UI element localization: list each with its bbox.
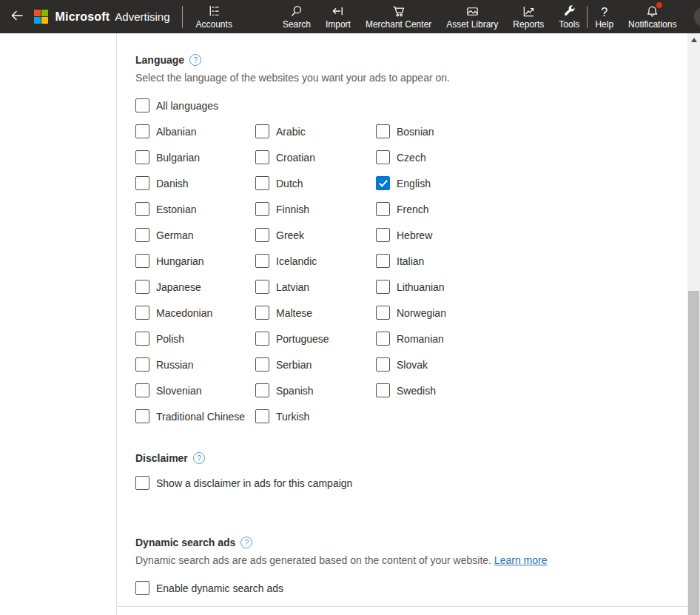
checkbox-unchecked[interactable] <box>376 202 390 216</box>
nav-item-label: Accounts <box>196 19 232 30</box>
checkbox-unchecked[interactable] <box>135 98 149 112</box>
checkbox-unchecked[interactable] <box>135 409 149 423</box>
checkbox-unchecked[interactable] <box>376 228 390 242</box>
checkbox-unchecked[interactable] <box>255 202 269 216</box>
nav-item-search[interactable]: Search <box>275 0 318 33</box>
language-checkbox-romanian[interactable]: Romanian <box>376 332 550 346</box>
language-checkbox-albanian[interactable]: Albanian <box>135 124 255 138</box>
nav-item-tools[interactable]: Tools <box>551 0 587 33</box>
checkbox-label: Traditional Chinese <box>156 411 245 423</box>
checkbox-unchecked[interactable] <box>255 357 269 372</box>
language-checkbox-turkish[interactable]: Turkish <box>255 409 376 423</box>
campaign-settings-panel: Language ? Select the language of the we… <box>116 33 687 615</box>
nav-item-notifications[interactable]: Notifications <box>621 4 684 30</box>
language-checkbox-slovenian[interactable]: Slovenian <box>135 383 255 397</box>
language-checkbox-estonian[interactable]: Estonian <box>135 202 255 216</box>
show-disclaimer-checkbox[interactable]: Show a disclaimer in ads for this campai… <box>135 476 687 490</box>
checkbox-unchecked[interactable] <box>376 280 390 294</box>
language-checkbox-macedonian[interactable]: Macedonian <box>135 306 255 320</box>
checkbox-unchecked[interactable] <box>135 150 149 164</box>
vertical-scrollbar[interactable] <box>687 33 700 615</box>
checkbox-unchecked[interactable] <box>255 280 269 294</box>
checkbox-unchecked[interactable] <box>255 176 269 190</box>
language-checkbox-hebrew[interactable]: Hebrew <box>376 228 550 242</box>
language-checkbox-english[interactable]: English <box>376 176 550 190</box>
language-checkbox-finnish[interactable]: Finnish <box>255 202 376 216</box>
checkbox-unchecked[interactable] <box>255 383 269 397</box>
language-checkbox-serbian[interactable]: Serbian <box>255 357 376 372</box>
nav-item-merchant-center[interactable]: Merchant Center <box>358 0 439 33</box>
all-languages-checkbox[interactable]: All languages <box>135 98 687 112</box>
checkbox-label: French <box>397 204 429 215</box>
checkbox-unchecked[interactable] <box>255 124 269 138</box>
language-checkbox-portuguese[interactable]: Portuguese <box>255 332 376 346</box>
language-checkbox-bulgarian[interactable]: Bulgarian <box>135 150 255 164</box>
language-checkbox-japanese[interactable]: Japanese <box>135 280 255 294</box>
checkbox-unchecked[interactable] <box>135 306 149 320</box>
checkbox-unchecked[interactable] <box>255 228 269 242</box>
checkbox-unchecked[interactable] <box>255 409 269 423</box>
language-checkbox-maltese[interactable]: Maltese <box>255 306 376 320</box>
checkbox-unchecked[interactable] <box>135 476 149 490</box>
checkbox-unchecked[interactable] <box>135 280 149 294</box>
checkbox-unchecked[interactable] <box>255 332 269 346</box>
checkbox-unchecked[interactable] <box>255 150 269 164</box>
checkbox-unchecked[interactable] <box>376 150 390 164</box>
language-checkbox-arabic[interactable]: Arabic <box>255 124 376 138</box>
profile-avatar[interactable] <box>694 7 700 27</box>
language-checkbox-latvian[interactable]: Latvian <box>255 280 376 294</box>
checkbox-unchecked[interactable] <box>376 254 390 268</box>
language-checkbox-norwegian[interactable]: Norwegian <box>376 306 550 320</box>
language-checkbox-czech[interactable]: Czech <box>376 150 550 164</box>
language-checkbox-greek[interactable]: Greek <box>255 228 376 242</box>
checkbox-unchecked[interactable] <box>135 124 149 138</box>
learn-more-link[interactable]: Learn more <box>494 554 548 566</box>
language-checkbox-hungarian[interactable]: Hungarian <box>135 254 255 268</box>
checkbox-unchecked[interactable] <box>135 202 149 216</box>
language-checkbox-swedish[interactable]: Swedish <box>376 383 550 397</box>
checkbox-unchecked[interactable] <box>135 332 149 346</box>
language-checkbox-traditional-chinese[interactable]: Traditional Chinese <box>135 409 255 423</box>
language-checkbox-spanish[interactable]: Spanish <box>255 383 376 397</box>
nav-item-reports[interactable]: Reports <box>505 0 551 33</box>
checkbox-unchecked[interactable] <box>135 254 149 268</box>
nav-item-accounts[interactable]: Accounts <box>189 0 240 33</box>
dsa-help-icon[interactable]: ? <box>240 537 252 548</box>
checkbox-unchecked[interactable] <box>135 383 149 397</box>
checkbox-checked[interactable] <box>376 176 390 190</box>
checkbox-unchecked[interactable] <box>376 332 390 346</box>
language-checkbox-bosnian[interactable]: Bosnian <box>376 124 550 138</box>
language-checkbox-lithuanian[interactable]: Lithuanian <box>376 280 550 294</box>
scrollbar-thumb[interactable] <box>688 291 699 615</box>
language-checkbox-dutch[interactable]: Dutch <box>255 176 376 190</box>
language-help-icon[interactable]: ? <box>189 54 201 66</box>
checkbox-unchecked[interactable] <box>255 306 269 320</box>
checkbox-unchecked[interactable] <box>376 306 390 320</box>
nav-item-asset-library[interactable]: Asset Library <box>439 0 505 33</box>
nav-item-import[interactable]: Import <box>318 0 358 33</box>
back-button[interactable] <box>0 0 34 33</box>
language-checkbox-german[interactable]: German <box>135 228 255 242</box>
language-checkbox-french[interactable]: French <box>376 202 550 216</box>
language-checkbox-danish[interactable]: Danish <box>135 176 255 190</box>
language-checkbox-polish[interactable]: Polish <box>135 332 255 346</box>
language-checkbox-slovak[interactable]: Slovak <box>376 357 550 372</box>
checkbox-unchecked[interactable] <box>135 228 149 242</box>
checkbox-unchecked[interactable] <box>135 357 149 372</box>
language-checkbox-russian[interactable]: Russian <box>135 357 255 372</box>
checkbox-unchecked[interactable] <box>376 383 390 397</box>
disclaimer-help-icon[interactable]: ? <box>193 452 205 464</box>
import-icon <box>331 4 345 19</box>
language-checkbox-croatian[interactable]: Croatian <box>255 150 376 164</box>
nav-item-help[interactable]: ? Help <box>588 4 621 30</box>
checkbox-unchecked[interactable] <box>376 357 390 372</box>
brand[interactable]: Microsoft Advertising <box>34 0 182 33</box>
checkbox-unchecked[interactable] <box>135 176 149 190</box>
checkbox-unchecked[interactable] <box>255 254 269 268</box>
scroll-up-arrow-icon[interactable] <box>687 33 700 46</box>
checkbox-unchecked[interactable] <box>376 124 390 138</box>
language-checkbox-icelandic[interactable]: Icelandic <box>255 254 376 268</box>
checkbox-unchecked[interactable] <box>135 581 149 595</box>
enable-dsa-checkbox[interactable]: Enable dynamic search ads <box>135 581 687 595</box>
language-checkbox-italian[interactable]: Italian <box>376 254 550 268</box>
